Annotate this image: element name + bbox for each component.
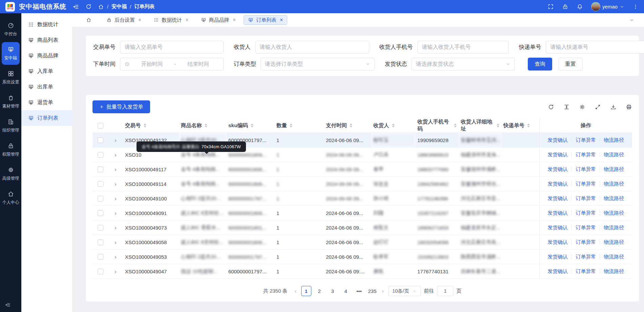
- row-checkbox[interactable]: [98, 254, 103, 260]
- receiver-input[interactable]: [255, 41, 369, 54]
- refresh-table-icon[interactable]: [548, 104, 554, 110]
- trade-no-input[interactable]: [120, 41, 224, 54]
- close-tab-icon[interactable]: ×: [280, 17, 283, 23]
- action-logistics-route[interactable]: 物流路径: [600, 210, 628, 216]
- close-tab-icon[interactable]: ×: [233, 17, 236, 23]
- ship-status-select[interactable]: 请选择发货状态: [412, 58, 515, 71]
- expand-row-icon[interactable]: ›: [114, 253, 117, 260]
- sidebar-item[interactable]: 中控台: [2, 18, 20, 41]
- submenu-item[interactable]: 订单列表: [21, 110, 72, 126]
- sort-carets-icon[interactable]: [144, 123, 146, 128]
- action-confirm-shipment[interactable]: 发货确认: [544, 225, 572, 230]
- action-order-exception[interactable]: 订单异常: [572, 239, 600, 245]
- avatar[interactable]: [591, 2, 600, 11]
- action-confirm-shipment[interactable]: 发货确认: [544, 195, 572, 201]
- start-time-placeholder[interactable]: 开始时间: [131, 61, 173, 68]
- row-checkbox[interactable]: [98, 196, 103, 201]
- column-header[interactable]: 支付时间: [324, 118, 371, 133]
- sort-carets-icon[interactable]: [527, 123, 530, 128]
- user-menu[interactable]: yemao: [591, 2, 624, 11]
- row-checkbox[interactable]: [98, 137, 103, 143]
- submenu-item[interactable]: 出库单: [21, 79, 72, 95]
- refresh-page-icon[interactable]: [85, 3, 92, 10]
- column-header[interactable]: 商品名称: [179, 118, 226, 133]
- row-height-icon[interactable]: [563, 104, 570, 110]
- action-order-exception[interactable]: 订单异常: [572, 152, 600, 157]
- action-order-exception[interactable]: 订单异常: [572, 166, 600, 172]
- home-icon[interactable]: [98, 4, 104, 10]
- sidebar-item[interactable]: 素材管理: [2, 90, 20, 113]
- tab[interactable]: 订单列表 ×: [244, 15, 287, 25]
- submenu-item[interactable]: 商品列表: [21, 32, 72, 48]
- action-logistics-route[interactable]: 物流路径: [600, 181, 628, 187]
- column-header[interactable]: 收货人: [371, 118, 415, 133]
- goto-page-input[interactable]: [437, 286, 453, 296]
- expand-row-icon[interactable]: ›: [114, 137, 117, 144]
- close-tab-icon[interactable]: ×: [185, 17, 188, 23]
- submenu-item[interactable]: 退货单: [21, 95, 72, 110]
- column-header[interactable]: 交易号: [123, 118, 179, 133]
- page-button[interactable]: 4: [341, 286, 351, 296]
- action-confirm-shipment[interactable]: 发货确认: [544, 137, 572, 143]
- action-logistics-route[interactable]: 物流路径: [600, 137, 628, 143]
- download-icon[interactable]: [610, 104, 617, 110]
- action-logistics-route[interactable]: 物流路径: [600, 195, 628, 201]
- action-confirm-shipment[interactable]: 发货确认: [544, 268, 572, 274]
- action-logistics-route[interactable]: 物流路径: [600, 239, 628, 245]
- sidebar-item[interactable]: 高级管理: [2, 162, 20, 185]
- action-order-exception[interactable]: 订单异常: [572, 137, 600, 143]
- row-checkbox[interactable]: [98, 167, 103, 172]
- submenu-item[interactable]: 数据统计: [21, 17, 72, 32]
- tab[interactable]: 数据统计 ×: [149, 15, 193, 25]
- breadcrumb-item[interactable]: 安中福: [111, 3, 127, 10]
- page-button[interactable]: 1: [301, 286, 311, 296]
- action-confirm-shipment[interactable]: 发货确认: [544, 181, 572, 187]
- action-logistics-route[interactable]: 物流路径: [600, 254, 628, 259]
- sidebar-item[interactable]: 权限管理: [2, 138, 20, 161]
- select-all-checkbox[interactable]: [98, 123, 103, 129]
- column-header[interactable]: sku编码: [226, 118, 274, 133]
- sort-carets-icon[interactable]: [392, 123, 395, 128]
- sidebar-item[interactable]: 系统设置: [2, 66, 20, 89]
- action-order-exception[interactable]: 订单异常: [572, 210, 600, 216]
- sort-carets-icon[interactable]: [290, 123, 292, 128]
- expand-row-icon[interactable]: ›: [114, 239, 117, 246]
- action-logistics-route[interactable]: 物流路径: [600, 268, 628, 274]
- tab[interactable]: 商品品牌 ×: [196, 15, 240, 25]
- sidebar-collapse-icon[interactable]: [5, 302, 11, 308]
- next-page-icon[interactable]: ›: [380, 287, 385, 295]
- page-size-select[interactable]: 10条/页: [388, 286, 421, 296]
- action-order-exception[interactable]: 订单异常: [572, 181, 600, 187]
- end-time-placeholder[interactable]: 结束时间: [178, 61, 219, 68]
- order-time-range-picker[interactable]: 开始时间 - 结束时间: [120, 58, 224, 71]
- sidebar-item[interactable]: 个人中心: [2, 187, 20, 209]
- expand-row-icon[interactable]: ›: [114, 195, 117, 202]
- tracking-no-input[interactable]: [546, 41, 644, 54]
- sort-carets-icon[interactable]: [350, 123, 352, 128]
- action-logistics-route[interactable]: 物流路径: [600, 166, 628, 172]
- expand-row-icon[interactable]: ›: [114, 268, 117, 275]
- page-button[interactable]: 3: [328, 286, 338, 296]
- row-checkbox[interactable]: [98, 225, 103, 231]
- action-confirm-shipment[interactable]: 发货确认: [544, 239, 572, 245]
- action-confirm-shipment[interactable]: 发货确认: [544, 254, 572, 259]
- row-checkbox[interactable]: [98, 239, 103, 245]
- print-icon[interactable]: [626, 104, 632, 110]
- tab[interactable]: ×: [82, 15, 99, 25]
- sort-carets-icon[interactable]: [454, 123, 457, 128]
- action-logistics-route[interactable]: 物流路径: [600, 152, 628, 157]
- sort-carets-icon[interactable]: [251, 123, 253, 128]
- submenu-item[interactable]: 入库单: [21, 63, 72, 79]
- search-button[interactable]: 查询: [528, 58, 552, 71]
- column-header[interactable]: 收货人详细地址: [459, 118, 501, 133]
- expand-table-icon[interactable]: [595, 104, 601, 110]
- order-type-select[interactable]: 请选择订单类型: [261, 58, 375, 71]
- notification-bell-icon[interactable]: [577, 3, 583, 10]
- tab-overflow-chevron-icon[interactable]: [629, 17, 635, 23]
- row-checkbox[interactable]: [98, 152, 103, 158]
- expand-row-icon[interactable]: ›: [114, 224, 117, 231]
- sort-carets-icon[interactable]: [205, 123, 207, 128]
- fullscreen-icon[interactable]: [547, 3, 554, 10]
- collapse-menu-icon[interactable]: [72, 3, 79, 10]
- column-settings-gear-icon[interactable]: [579, 104, 585, 110]
